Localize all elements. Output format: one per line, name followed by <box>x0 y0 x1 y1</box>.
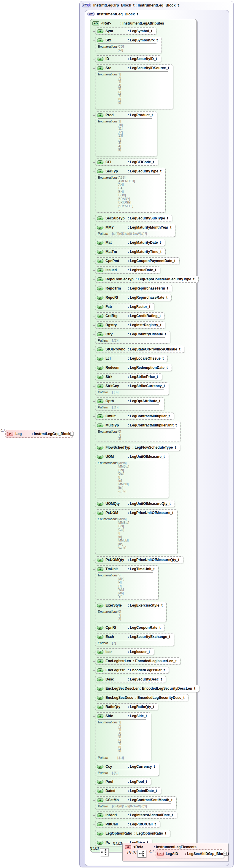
attribute-type: : LegPool_t <box>128 780 147 784</box>
attribute-row: A EncLegIssrLen : EncodedLegIssuerLen_t <box>95 657 181 664</box>
attribute-row: A StOrProvnc : LegStateOrProvinceOfIssue… <box>95 346 184 353</box>
enumerations-label: Enumerations <box>98 610 118 613</box>
attribute-type: : LegTimeUnit_t <box>128 567 154 571</box>
enumeration-values: [MWh][MMBtu][Bbl][Gal][t][tn][MMbbl][lbs… <box>118 461 129 497</box>
attribute-name: RepoRt <box>105 296 126 300</box>
attribute-icon: A <box>97 384 103 388</box>
attribute-name: Cmult <box>105 414 126 418</box>
legaid-expand-handle[interactable]: + <box>223 852 227 856</box>
attribute-type: : LegFactor_t <box>128 305 150 309</box>
group-name: <Ref> <box>133 845 152 849</box>
attribute-row: A ExerStyle : LegExerciseStyle_t Enumera… <box>95 602 166 622</box>
attribute-facets: Enumerations[CD][WI] <box>98 43 156 52</box>
attribute-row: A UOM : LegUnitOfMeasure_t Enumerations[… <box>95 453 169 498</box>
attribute-icon: A <box>97 250 103 254</box>
attribute-row: A Prod : LegProduct_t Enumerations[1][10… <box>95 112 157 156</box>
attribute-name: Fctr <box>105 305 126 309</box>
attribute-type: : LegIssuer_t <box>128 650 150 654</box>
attribute-type: : LegSide_t <box>128 714 147 718</box>
attribute-row: A SecSubTyp : LegSecuritySubType_t <box>95 215 172 222</box>
element-leg-type: : InstrmtLegGrp_Block_t <box>32 432 74 436</box>
attribute-row: A FlowSchedTyp : LegFlowScheduleType_t <box>95 444 180 451</box>
enumeration-values: [0][1][2] <box>118 610 121 620</box>
attribute-icon: A <box>97 455 103 459</box>
attribute-row: A MMY : LegMaturityMonthYear_t Pattern[\… <box>95 224 176 237</box>
complex-type-plus-icon: CT+ <box>82 3 91 7</box>
attribute-icon: A <box>97 635 103 639</box>
trunk-occurrence-label: [1]..[1] <box>90 847 99 850</box>
attribute-type: : LegCreditRating_t <box>128 314 161 318</box>
pattern-value: [.{1}] <box>118 756 124 760</box>
attribute-icon: A <box>97 603 103 608</box>
attribute-row: A RepoTrm : LegRepurchaseTerm_t <box>95 285 172 292</box>
element-leg[interactable]: E Leg : InstrmtLegGrp_Block_t <box>5 430 73 438</box>
enumeration-values: [MWh][MMBtu][Bbl][Gal][t][tn][MMbbl][lbs… <box>118 517 129 553</box>
attribute-row: A ID : LegSecurityID_t <box>95 55 161 62</box>
attribute-icon: A <box>97 414 103 418</box>
attribute-row: A LegOptionRatio : LegOptionRatio_t <box>95 830 171 837</box>
outer-box-header: CT+ InstrmtLegGrp_Block_t : InstrumentLe… <box>82 3 179 7</box>
pattern-label: Pattern <box>98 391 112 394</box>
attribute-group-name: <Ref> <box>101 21 118 25</box>
attribute-name: MatTm <box>105 250 126 254</box>
attribute-type: : LegPriceUnitOfMeasureQty_t <box>128 558 179 562</box>
attribute-name: ExerStyle <box>105 603 126 608</box>
attribute-name: Sfx <box>105 38 126 42</box>
attribute-row: A EncLegSecDescLen : EncodedLegSecurityD… <box>95 685 200 692</box>
attribute-facets: Enumerations[0][1][2] <box>98 609 161 620</box>
attribute-row: A RatioQty : LegRatioQty_t <box>95 703 158 710</box>
attribute-facets: Pattern[.{2}] <box>98 337 165 342</box>
attribute-name: LegOptionRatio <box>105 831 132 835</box>
attribute-row: A Desc : LegSecurityDesc_t <box>95 676 166 683</box>
attribute-type: : EncodedLegIssuerLen_t <box>133 659 177 663</box>
leg-collapse-handle[interactable]: – <box>70 432 74 436</box>
pattern-label: Pattern <box>98 405 112 409</box>
attribute-type: : LegContractMultiplier_t <box>128 414 170 418</box>
attribute-name: CpnRt <box>105 625 126 630</box>
attribute-name: FlowSchedTyp <box>105 445 130 450</box>
attribute-icon: A <box>97 29 103 33</box>
attribute-name: RepoTrm <box>105 286 126 290</box>
attribute-icon: A <box>97 789 103 793</box>
pattern-value: [.*] <box>112 641 116 645</box>
attribute-type: : LegCFICode_t <box>128 160 154 164</box>
attribute-name: StOrProvnc <box>105 347 126 351</box>
attribute-name: Ctry <box>105 332 126 336</box>
attribute-type: : LegExerciseStyle_t <box>128 603 162 608</box>
attribute-type: : LegRepurchaseTerm_t <box>128 286 168 290</box>
enumerations-label: Enumerations <box>98 517 118 521</box>
attribute-row: A CpnRt : LegCouponRate_t <box>95 624 165 631</box>
attribute-icon: A <box>97 277 103 281</box>
attribute-name: Lcl <box>105 356 126 361</box>
attribute-group-icon: AG <box>93 21 99 25</box>
attribute-name: CFI <box>105 160 126 164</box>
attribute-row: A Pool : LegPool_t <box>95 778 151 785</box>
attribute-name: EncLegSecDescLen <box>105 686 138 690</box>
group-icon: G <box>125 845 131 849</box>
enumerations-label: Enumerations <box>98 574 118 577</box>
element-legaid[interactable]: E LegAID : LegSecAltIDGrp_Block_t <box>156 849 224 858</box>
instrumentleg-block-box: CT InstrumentLeg_Block_t AG <Ref> : Inst… <box>85 10 229 866</box>
element-legaid-name: LegAID <box>166 852 183 856</box>
attribute-type: : LegContractSettlMonth_t <box>128 798 173 802</box>
pattern-label: Pattern <box>98 641 112 645</box>
attribute-icon: A <box>97 424 103 427</box>
enumeration-values: [CD][WI] <box>118 45 124 52</box>
attribute-icon: A <box>97 841 103 845</box>
attribute-group-header: AG <Ref> : InstrumentLegAttributes <box>90 21 197 28</box>
attribute-name: PxUOMQty <box>105 558 126 562</box>
pattern-label: Pattern <box>98 804 112 808</box>
pattern-value: [\d{4}(0|1)\d([0-3wW]\d)?] <box>112 804 147 808</box>
attribute-row: A Ctry : LegCountryOfIssue_t Pattern[.{2… <box>95 331 170 344</box>
attribute-icon: A <box>97 296 103 300</box>
element-icon: E <box>7 432 13 436</box>
attribute-name: EncLegSecDesc <box>105 695 133 700</box>
attribute-type: : EncodedLegIssuer_t <box>128 668 165 672</box>
attribute-icon: A <box>97 714 103 718</box>
attribute-icon: A <box>97 366 103 370</box>
attribute-icon: A <box>97 567 103 571</box>
attribute-type: : LegStrikePrice_t <box>128 375 158 379</box>
attribute-name: Pool <box>105 780 126 784</box>
enumeration-values: [1][10][11][12][13][2][3][4][5]... <box>118 120 123 155</box>
attribute-facets: Enumerations[1][2][3][4][5][6][7][8][9].… <box>98 719 146 760</box>
